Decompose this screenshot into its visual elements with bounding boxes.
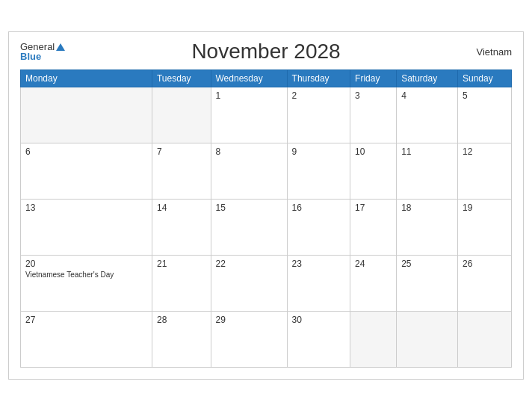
day-number: 27 xyxy=(25,315,147,325)
day-number: 5 xyxy=(463,90,507,101)
day-number: 9 xyxy=(292,146,345,157)
calendar-day-cell: 2 xyxy=(287,87,350,143)
weekday-header-tuesday: Tuesday xyxy=(152,70,211,87)
calendar-day-cell: 24 xyxy=(350,256,397,312)
calendar-day-cell xyxy=(397,312,458,368)
calendar-day-cell: 5 xyxy=(457,87,511,143)
day-number: 2 xyxy=(292,90,345,101)
day-number: 4 xyxy=(401,90,453,101)
calendar-week-row: 13141516171819 xyxy=(21,200,512,256)
calendar-day-cell: 11 xyxy=(397,143,458,200)
day-number: 6 xyxy=(25,146,147,157)
day-number: 21 xyxy=(157,259,206,269)
logo-triangle-icon xyxy=(56,43,65,51)
weekday-header-row: MondayTuesdayWednesdayThursdayFridaySatu… xyxy=(21,70,512,87)
day-number: 19 xyxy=(463,203,507,213)
calendar-day-cell: 20Vietnamese Teacher's Day xyxy=(21,256,152,312)
calendar-day-cell: 19 xyxy=(457,200,511,256)
weekday-header-friday: Friday xyxy=(350,70,397,87)
calendar-week-row: 27282930 xyxy=(21,312,512,368)
calendar-week-row: 12345 xyxy=(21,87,512,143)
calendar-day-cell: 25 xyxy=(397,256,458,312)
day-number: 29 xyxy=(216,315,282,325)
day-number: 11 xyxy=(401,146,453,157)
calendar-day-cell: 16 xyxy=(287,200,350,256)
calendar-day-cell: 8 xyxy=(211,143,287,200)
day-number: 1 xyxy=(216,90,282,101)
day-number: 12 xyxy=(463,146,507,157)
day-number: 28 xyxy=(157,315,206,325)
calendar-day-cell: 26 xyxy=(457,256,511,312)
calendar-day-cell: 15 xyxy=(211,200,287,256)
calendar-day-cell: 17 xyxy=(350,200,397,256)
calendar-day-cell: 3 xyxy=(350,87,397,143)
calendar-day-cell: 7 xyxy=(152,143,211,200)
day-number: 24 xyxy=(355,259,392,269)
weekday-header-thursday: Thursday xyxy=(287,70,350,87)
calendar-week-row: 6789101112 xyxy=(21,143,512,200)
calendar-header: General Blue November 2028 Vietnam xyxy=(20,40,512,64)
day-number: 8 xyxy=(216,146,282,157)
calendar-day-cell: 13 xyxy=(21,200,152,256)
calendar-day-cell: 27 xyxy=(21,312,152,368)
day-number: 13 xyxy=(25,203,147,213)
day-number: 14 xyxy=(157,203,206,213)
calendar-day-cell: 1 xyxy=(211,87,287,143)
weekday-header-sunday: Sunday xyxy=(457,70,511,87)
day-number: 10 xyxy=(355,146,392,157)
country-label: Vietnam xyxy=(477,46,512,58)
day-number: 26 xyxy=(463,259,507,269)
calendar-day-cell: 12 xyxy=(457,143,511,200)
calendar-day-cell xyxy=(350,312,397,368)
calendar-day-cell: 30 xyxy=(287,312,350,368)
calendar-day-cell: 22 xyxy=(211,256,287,312)
calendar-day-cell: 28 xyxy=(152,312,211,368)
event-text: Vietnamese Teacher's Day xyxy=(25,271,114,279)
calendar-day-cell: 6 xyxy=(21,143,152,200)
calendar-day-cell: 4 xyxy=(397,87,458,143)
calendar-container: General Blue November 2028 Vietnam Monda… xyxy=(8,31,524,380)
day-number: 20 xyxy=(25,259,147,269)
calendar-day-cell xyxy=(457,312,511,368)
day-number: 22 xyxy=(216,259,282,269)
weekday-header-saturday: Saturday xyxy=(397,70,458,87)
day-number: 15 xyxy=(216,203,282,213)
logo-blue-text: Blue xyxy=(20,52,65,61)
day-number: 17 xyxy=(355,203,392,213)
day-number: 7 xyxy=(157,146,206,157)
calendar-day-cell xyxy=(21,87,152,143)
calendar-day-cell: 10 xyxy=(350,143,397,200)
logo: General Blue xyxy=(20,42,65,61)
calendar-day-cell: 23 xyxy=(287,256,350,312)
day-number: 18 xyxy=(401,203,453,213)
calendar-day-cell: 14 xyxy=(152,200,211,256)
weekday-header-monday: Monday xyxy=(21,70,152,87)
weekday-header-wednesday: Wednesday xyxy=(211,70,287,87)
calendar-day-cell: 29 xyxy=(211,312,287,368)
day-number: 30 xyxy=(292,315,345,325)
calendar-day-cell xyxy=(152,87,211,143)
calendar-day-cell: 21 xyxy=(152,256,211,312)
day-number: 3 xyxy=(355,90,392,101)
calendar-day-cell: 9 xyxy=(287,143,350,200)
day-number: 25 xyxy=(401,259,453,269)
calendar-week-row: 20Vietnamese Teacher's Day212223242526 xyxy=(21,256,512,312)
calendar-title: November 2028 xyxy=(191,40,340,64)
calendar-grid: MondayTuesdayWednesdayThursdayFridaySatu… xyxy=(20,69,512,368)
day-number: 23 xyxy=(292,259,345,269)
calendar-day-cell: 18 xyxy=(397,200,458,256)
day-number: 16 xyxy=(292,203,345,213)
